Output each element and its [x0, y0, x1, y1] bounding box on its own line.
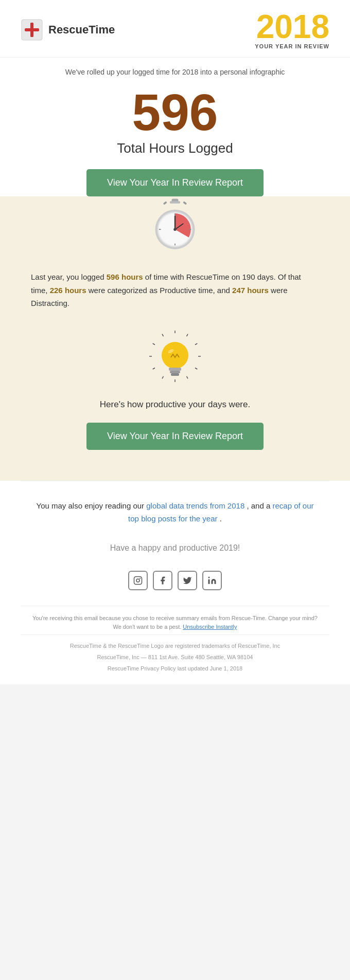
footer-note-text: You're receiving this email because you …: [32, 615, 318, 630]
total-hours-number: 596: [21, 86, 329, 138]
svg-point-31: [162, 342, 188, 369]
instagram-icon[interactable]: [128, 571, 148, 590]
svg-rect-7: [183, 201, 187, 205]
beige-section: Last year, you logged 596 hours of time …: [0, 196, 350, 481]
svg-line-20: [187, 334, 188, 336]
logo-icon: [21, 19, 43, 41]
svg-point-38: [140, 578, 141, 578]
svg-point-37: [136, 579, 139, 582]
svg-rect-6: [163, 201, 167, 205]
svg-line-29: [153, 343, 155, 345]
twitter-icon[interactable]: [178, 571, 197, 590]
svg-line-24: [187, 376, 188, 378]
cta-button-1[interactable]: View Your Year In Review Report: [86, 169, 264, 196]
svg-rect-34: [171, 373, 179, 376]
stats-mid2: were categorized as Productive time, and: [89, 286, 230, 295]
svg-point-40: [208, 576, 210, 578]
svg-line-26: [162, 376, 164, 378]
intro-section: We've rolled up your logged time for 201…: [0, 58, 350, 81]
year-number: 2018: [255, 10, 329, 43]
stats-distracting-hours: 247 hours: [232, 286, 269, 295]
also-prefix: You may also enjoy reading our: [37, 501, 145, 510]
facebook-icon[interactable]: [153, 571, 172, 590]
svg-line-21: [195, 343, 197, 345]
cta-button-2[interactable]: View Your Year In Review Report: [86, 423, 264, 450]
logo-area: RescueTime: [21, 19, 115, 41]
svg-rect-33: [170, 371, 180, 373]
linkedin-icon[interactable]: [202, 571, 222, 590]
footer-note: You're receiving this email because you …: [0, 606, 350, 634]
svg-rect-36: [134, 576, 142, 584]
year-review-badge: 2018 YOUR YEAR IN REVIEW: [255, 10, 329, 49]
stats-paragraph: Last year, you logged 596 hours of time …: [21, 265, 329, 320]
stopwatch-icon: [21, 196, 329, 255]
unsubscribe-link[interactable]: Unsubscribe Instantly: [183, 624, 237, 630]
svg-point-14: [173, 228, 177, 231]
svg-rect-3: [30, 23, 33, 37]
svg-line-27: [153, 368, 155, 369]
legal-line-3: RescueTime Privacy Policy last updated J…: [21, 663, 329, 674]
footer-legal: RescueTime & the RescueTime Logo are reg…: [0, 635, 350, 684]
social-icons: [0, 566, 350, 606]
svg-line-23: [195, 368, 197, 369]
svg-rect-5: [170, 201, 180, 204]
legal-line-2: RescueTime, Inc — 811 1st Ave. Suite 480…: [21, 651, 329, 663]
lightbulb-icon: [21, 331, 329, 389]
stats-productive-hours: 226 hours: [50, 286, 86, 295]
year-subtitle: YOUR YEAR IN REVIEW: [255, 43, 329, 49]
stats-logged-hours: 596 hours: [107, 273, 143, 281]
legal-line-1: RescueTime & the RescueTime Logo are reg…: [21, 640, 329, 651]
logo-text: RescueTime: [48, 23, 115, 37]
global-data-link[interactable]: global data trends from 2018: [146, 501, 244, 510]
productive-days-text: Here's how productive your days were.: [21, 400, 329, 410]
total-hours-label: Total Hours Logged: [21, 140, 329, 156]
svg-line-30: [162, 334, 164, 336]
also-section: You may also enjoy reading our global da…: [0, 481, 350, 536]
happy-text: Have a happy and productive 2019!: [0, 536, 350, 566]
stats-prefix: Last year, you logged: [31, 273, 104, 281]
svg-rect-32: [169, 368, 181, 371]
also-middle: , and a: [247, 501, 270, 510]
svg-rect-39: [208, 579, 210, 584]
also-suffix: .: [220, 514, 222, 523]
email-header: RescueTime 2018 YOUR YEAR IN REVIEW: [0, 0, 350, 58]
intro-text: We've rolled up your logged time for 201…: [31, 68, 319, 76]
